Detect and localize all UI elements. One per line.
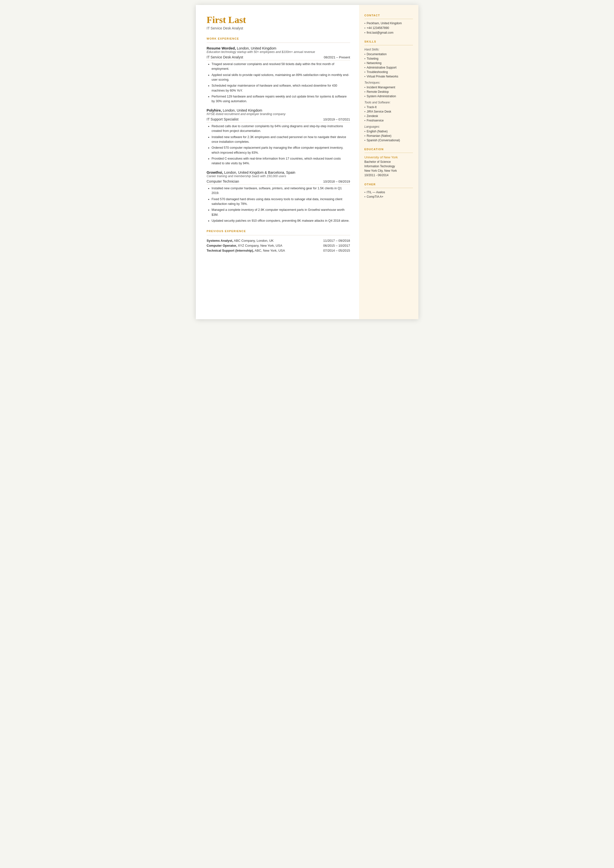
bullet-2-3: Ordered 570 computer replacement parts b…: [212, 146, 350, 155]
contact-phone: • +44 1234567890: [364, 26, 413, 30]
job-row-1: IT Service Desk Analyst 08/2021 – Presen…: [207, 55, 350, 61]
company-name-1: Resume Worded, London, United Kingdom: [207, 46, 350, 50]
bullet-icon-3: •: [364, 31, 366, 35]
skill-english: • English (Native): [364, 130, 413, 134]
other-comptia: • CompTIA A+: [364, 195, 413, 199]
prev-exp-list: Systems Analyst, ABC Company, London, UK…: [207, 239, 350, 252]
contact-label: CONTACT: [364, 14, 413, 17]
skill-spanish: • Spanish (Conversational): [364, 138, 413, 142]
skill-jira: • JIRA Service Desk: [364, 110, 413, 113]
bullet-icon-1: •: [364, 22, 366, 25]
company-desc-2: NYSE-listed recruitment and employer bra…: [207, 112, 350, 116]
job-title-1: IT Service Desk Analyst: [207, 55, 243, 59]
contact-address: • Peckham, United Kingdom: [364, 22, 413, 25]
education-section: EDUCATION University of New York Bachelo…: [364, 148, 413, 177]
bullet-2-2: Installed new software for 2.3K employee…: [212, 135, 350, 144]
skill-vpn: • Virtual Private Networks: [364, 75, 413, 78]
hard-skills-label: Hard Skills:: [364, 48, 413, 51]
job-title-3: Computer Technician: [207, 179, 239, 183]
job-block-2: Polyhire, London, United Kingdom NYSE-li…: [207, 109, 350, 166]
resume-page: First Last IT Service Desk Analyst WORK …: [196, 5, 419, 319]
prev-exp-date-3: 07/2014 – 05/2015: [323, 248, 350, 252]
skills-section: SKILLS Hard Skills: • Documentation • Ti…: [364, 40, 413, 142]
job-row-3: Computer Technician 10/2018 – 09/2019: [207, 179, 350, 185]
candidate-name: First Last: [207, 15, 350, 25]
prev-exp-left-2: Computer Operator, XYZ Company, New York…: [207, 244, 282, 247]
work-experience-label: WORK EXPERIENCE: [207, 37, 350, 40]
previous-experience-label: PREVIOUS EXPERIENCE: [207, 230, 350, 233]
bullet-3-3: Managed a complete inventory of 2.9K com…: [212, 208, 350, 217]
bullet-1-2: Applied social skills to provide rapid s…: [212, 73, 350, 82]
prev-exp-left-3: Technical Support (Internship), ABC, New…: [207, 248, 285, 252]
other-itil: • ITIL — Axelos: [364, 191, 413, 194]
other-section: OTHER • ITIL — Axelos • CompTIA A+: [364, 183, 413, 199]
skill-networking: • Networking: [364, 61, 413, 65]
company-name-3: Growthsi, London, United Kingdom & Barce…: [207, 171, 350, 174]
company-name-2: Polyhire, London, United Kingdom: [207, 109, 350, 112]
contact-email: • first.last@gmail.com: [364, 31, 413, 35]
skill-trackit: • Track-It: [364, 106, 413, 109]
prev-exp-date-2: 06/2015 – 10/2017: [323, 244, 350, 247]
job-title-2: IT Support Specialist: [207, 117, 239, 121]
bullet-1-1: Triaged several customer complaints and …: [212, 62, 350, 71]
skill-remote-desktop: • Remote Desktop: [364, 90, 413, 94]
techniques-label: Techniques:: [364, 81, 413, 84]
prev-exp-row-3: Technical Support (Internship), ABC, New…: [207, 248, 350, 252]
skill-documentation: • Documentation: [364, 53, 413, 56]
tools-label: Tools and Software:: [364, 101, 413, 104]
skill-freshservice: • Freshservice: [364, 119, 413, 123]
bullet-1-3: Scheduled regular maintenance of hardwar…: [212, 83, 350, 93]
languages-label: Languages:: [364, 125, 413, 129]
edu-degree: Bachelor of Science Information Technolo…: [364, 160, 413, 177]
job-block-1: Resume Worded, London, United Kingdom Ed…: [207, 46, 350, 104]
other-label: OTHER: [364, 183, 413, 186]
bullet-icon-2: •: [364, 26, 366, 30]
previous-experience-section: PREVIOUS EXPERIENCE Systems Analyst, ABC…: [207, 230, 350, 252]
education-label: EDUCATION: [364, 148, 413, 151]
skill-ticketing: • Ticketing: [364, 57, 413, 61]
candidate-title: IT Service Desk Analyst: [207, 26, 350, 30]
prev-exp-date-1: 11/2017 – 09/2018: [323, 239, 350, 242]
bullet-list-1: Triaged several customer complaints and …: [207, 62, 350, 104]
contact-section: CONTACT • Peckham, United Kingdom • +44 …: [364, 14, 413, 35]
skill-admin-support: • Administrative Support: [364, 66, 413, 70]
job-date-1: 08/2021 – Present: [324, 56, 350, 59]
skill-incident-mgmt: • Incident Management: [364, 85, 413, 89]
skill-troubleshooting: • Troubleshooting: [364, 70, 413, 74]
company-desc-3: Career training and membership SaaS with…: [207, 174, 350, 178]
bullet-list-3: Installed new computer hardware, softwar…: [207, 186, 350, 224]
right-column: CONTACT • Peckham, United Kingdom • +44 …: [359, 5, 419, 319]
left-column: First Last IT Service Desk Analyst WORK …: [196, 5, 359, 319]
skills-label: SKILLS: [364, 40, 413, 43]
skill-romanian: • Romanian (Native): [364, 134, 413, 138]
company-desc-1: Education technology startup with 50+ em…: [207, 50, 350, 54]
bullet-3-2: Fixed 570 damaged hard drives using data…: [212, 197, 350, 207]
prev-exp-row-1: Systems Analyst, ABC Company, London, UK…: [207, 239, 350, 242]
job-date-3: 10/2018 – 09/2019: [323, 180, 350, 183]
work-experience-section: WORK EXPERIENCE Resume Worded, London, U…: [207, 37, 350, 224]
bullet-3-4: Updated security patches on 910 office c…: [212, 219, 350, 223]
skill-zendesk: • Zendesk: [364, 114, 413, 118]
job-date-2: 10/2019 – 07/2021: [323, 118, 350, 121]
bullet-2-4: Provided C-executives with real-time inf…: [212, 156, 350, 166]
prev-exp-left-1: Systems Analyst, ABC Company, London, UK: [207, 239, 274, 242]
edu-school: University of New York: [364, 155, 413, 159]
skill-sys-admin: • System Administration: [364, 95, 413, 98]
skills-divider: [364, 45, 413, 45]
bullet-1-4: Performed 129 hardware and software repa…: [212, 94, 350, 104]
job-block-3: Growthsi, London, United Kingdom & Barce…: [207, 171, 350, 224]
job-row-2: IT Support Specialist 10/2019 – 07/2021: [207, 117, 350, 123]
bullet-list-2: Reduced calls due to customer complaints…: [207, 124, 350, 166]
bullet-2-1: Reduced calls due to customer complaints…: [212, 124, 350, 134]
bullet-3-1: Installed new computer hardware, softwar…: [212, 186, 350, 196]
prev-exp-row-2: Computer Operator, XYZ Company, New York…: [207, 244, 350, 247]
